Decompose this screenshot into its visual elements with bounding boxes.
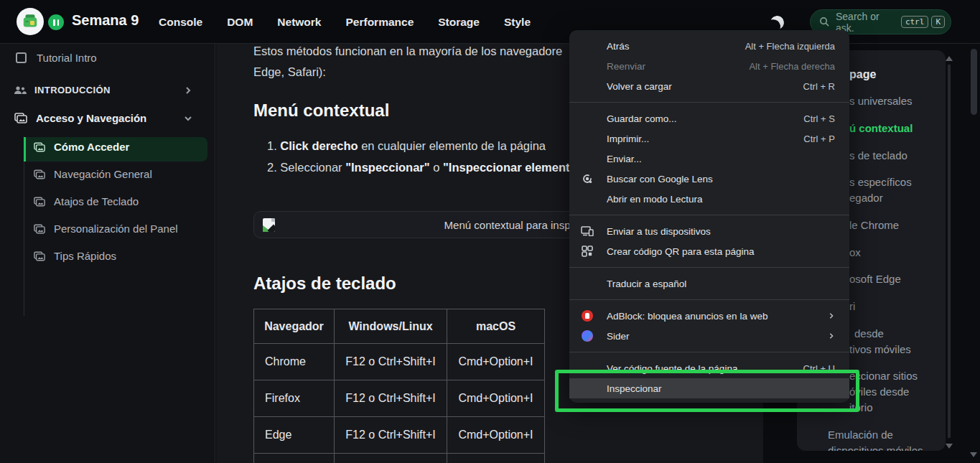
nav-item-style[interactable]: Style (504, 16, 531, 29)
cell-macos: Cmd+Option+I (447, 417, 545, 454)
context-menu: Atrás Alt + Flecha izquierda Reenviar Al… (569, 30, 849, 403)
heading-atajos-teclado: Atajos de teclado (253, 273, 396, 294)
app-logo[interactable] (17, 8, 44, 35)
toc-scroll-down-icon[interactable] (946, 444, 953, 449)
sidebar-section-label: Acceso y Navegación (36, 112, 146, 124)
cell-browser: Edge (254, 417, 335, 454)
toc-item-active[interactable]: ú contextual (849, 122, 913, 134)
nav-item-storage[interactable]: Storage (438, 16, 480, 29)
qr-code-icon (581, 245, 594, 258)
menu-item-adblock[interactable]: AdBlock: bloquea anuncios en la web (569, 306, 849, 326)
menu-item-enviar[interactable]: Enviar... (569, 149, 849, 169)
menu-item-traducir[interactable]: Traducir a español (569, 273, 849, 294)
page-scroll-down-icon[interactable] (970, 452, 977, 457)
cell-browser: Firefox (254, 380, 335, 417)
search-icon (819, 17, 830, 27)
nav-item-network[interactable]: Network (277, 16, 321, 29)
toc-item[interactable]: s universales (849, 95, 913, 107)
col-header: Navegador (254, 309, 335, 344)
menu-item-volver-a-cargar[interactable]: Volver a cargar Ctrl + R (569, 76, 849, 96)
sidebar-item-atajos-teclado[interactable]: Atajos de Teclado (34, 195, 139, 207)
toc-item[interactable]: itorio (849, 401, 873, 413)
toc-item[interactable]: ri (849, 300, 855, 312)
step-text: o (430, 161, 443, 174)
logo-icon (21, 12, 39, 31)
sidebar-section-acceso[interactable]: Acceso y Navegación (14, 112, 200, 124)
menu-item-codigo-qr[interactable]: Crear código QR para esta página (569, 241, 849, 261)
sidebar-item-label: Cómo Acceder (54, 141, 129, 153)
sidebar-section-label: INTRODUCCIÓN (34, 85, 111, 95)
cell-winlinux: F12 o Ctrl+Shift+I (335, 380, 447, 417)
toc-item[interactable]: dispositivos móviles (828, 444, 923, 451)
toc-item[interactable]: le Chrome (849, 219, 899, 231)
toc-item[interactable]: s específicos (849, 176, 912, 188)
toc-item[interactable]: osoft Edge (849, 273, 901, 285)
gallery-icon (34, 169, 45, 179)
step-bold: "Inspeccionar element (443, 161, 570, 174)
cell-macos: Cmd+Option+I (447, 380, 545, 417)
sider-icon (581, 329, 594, 342)
menu-item-guardar-como[interactable]: Guardar como... Ctrl + S (569, 108, 849, 128)
menu-separator (569, 267, 849, 268)
toc-title: page (849, 68, 876, 81)
menu-item-modo-lectura[interactable]: Abrir en modo Lectura (569, 189, 849, 209)
table-header-row: Navegador Windows/Linux macOS (254, 309, 545, 344)
heading-menu-contextual: Menú contextual (253, 100, 389, 121)
step-text: Seleccionar (280, 161, 345, 174)
main-nav: Console DOM Network Performance Storage … (159, 0, 531, 44)
menu-separator (569, 215, 849, 215)
indent-guide (24, 136, 24, 316)
sidebar-item-label: Tutorial Intro (37, 52, 97, 64)
users-icon (13, 85, 27, 95)
col-header: Windows/Linux (335, 309, 447, 344)
toc-item[interactable]: desde (854, 327, 884, 340)
sidebar-item-label: Navegación General (54, 168, 152, 180)
adblock-icon (581, 309, 594, 322)
toc-item[interactable]: s de teclado (849, 149, 907, 162)
toc-item[interactable]: egador (849, 192, 883, 204)
toc-item[interactable]: ox (849, 246, 861, 258)
gallery-icon (34, 251, 45, 261)
toc-item[interactable]: Emulación de (828, 429, 893, 441)
menu-item-enviar-dispositivos[interactable]: Enviar a tus dispositivos (569, 221, 849, 241)
kbd-k: K (931, 16, 945, 28)
nav-item-console[interactable]: Console (159, 16, 202, 29)
gallery-icon (34, 142, 45, 152)
app-window: Semana 9 Console DOM Network Performance… (0, 0, 980, 463)
square-icon (16, 52, 27, 63)
menu-item-ver-codigo-fuente[interactable]: Ver código fuente de la página Ctrl + U (569, 358, 849, 378)
intro-paragraph-line2: Edge, Safari): (253, 65, 326, 79)
sidebar-item-tips-rapidos[interactable]: Tips Rápidos (34, 250, 116, 262)
toc-scroll-up-icon[interactable] (946, 56, 953, 61)
sidebar-item-como-acceder[interactable]: Cómo Acceder (34, 141, 129, 153)
intro-paragraph-line1: Estos métodos funcionan en la mayoría de… (253, 45, 562, 58)
sidebar-item-navegacion-general[interactable]: Navegación General (34, 168, 152, 180)
table-row: Chrome F12 o Ctrl+Shift+I Cmd+Option+I (254, 344, 545, 380)
gallery-icon (14, 113, 27, 123)
toc-item[interactable]: óviles desde (849, 385, 909, 398)
sidebar-section-introduccion[interactable]: INTRODUCCIÓN (13, 85, 200, 95)
toc-item[interactable]: eccionar sitios (849, 370, 918, 382)
nav-item-performance[interactable]: Performance (345, 16, 414, 29)
toc-scrollbar-track[interactable] (948, 65, 951, 438)
shortcuts-table: Navegador Windows/Linux macOS Chrome F12… (253, 309, 545, 463)
menu-item-atras[interactable]: Atrás Alt + Flecha izquierda (569, 36, 849, 56)
cell-browser: Chrome (254, 344, 335, 380)
pause-icon[interactable] (48, 14, 64, 30)
menu-item-reenviar[interactable]: Reenviar Alt + Flecha derecha (569, 56, 849, 76)
menu-separator (569, 102, 849, 103)
menu-item-google-lens[interactable]: Buscar con Google Lens (569, 169, 849, 189)
menu-item-inspeccionar[interactable]: Inspeccionar (569, 378, 849, 398)
theme-toggle[interactable] (767, 12, 787, 32)
menu-item-imprimir[interactable]: Imprimir... Ctrl + P (569, 128, 849, 149)
cell-winlinux: F12 o Ctrl+Shift+I (335, 344, 447, 380)
sidebar-item-personalizacion[interactable]: Personalización del Panel (34, 223, 178, 235)
sidebar-item-tutorial-intro[interactable]: Tutorial Intro (16, 52, 97, 64)
step-text: en cualquier elemento de la página (358, 139, 546, 152)
toc-item[interactable]: tivos móviles (849, 343, 911, 355)
nav-item-dom[interactable]: DOM (227, 16, 253, 29)
col-header: macOS (447, 309, 545, 344)
menu-item-sider[interactable]: Sider (569, 326, 849, 346)
moon-icon (769, 14, 785, 31)
page-scrollbar-thumb[interactable] (971, 49, 977, 115)
